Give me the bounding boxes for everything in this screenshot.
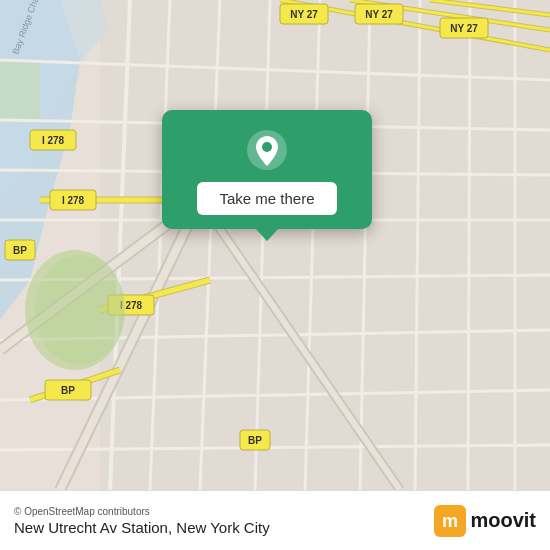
location-pin-icon [245, 128, 289, 172]
svg-line-13 [468, 0, 470, 490]
svg-text:NY 27: NY 27 [290, 9, 318, 20]
svg-text:I 278: I 278 [42, 135, 65, 146]
map-attribution: © OpenStreetMap contributors [14, 506, 270, 517]
svg-text:NY 27: NY 27 [365, 9, 393, 20]
svg-text:BP: BP [13, 245, 27, 256]
svg-text:BP: BP [248, 435, 262, 446]
moovit-text: moovit [470, 509, 536, 532]
svg-point-60 [25, 250, 125, 370]
moovit-logo: m moovit [434, 505, 536, 537]
take-me-there-button[interactable]: Take me there [197, 182, 336, 215]
svg-text:m: m [442, 511, 458, 531]
popup-card: Take me there [162, 110, 372, 229]
svg-point-62 [262, 142, 272, 152]
location-name: New Utrecht Av Station, New York City [14, 519, 270, 536]
svg-rect-4 [0, 60, 40, 120]
svg-text:NY 27: NY 27 [450, 23, 478, 34]
svg-text:I 278: I 278 [62, 195, 85, 206]
svg-text:BP: BP [61, 385, 75, 396]
bottom-bar: © OpenStreetMap contributors New Utrecht… [0, 490, 550, 550]
map-container[interactable]: NY 27 NY 27 NY 27 I 278 I 278 I 278 BP B… [0, 0, 550, 490]
moovit-icon: m [434, 505, 466, 537]
location-info: © OpenStreetMap contributors New Utrecht… [14, 506, 270, 536]
